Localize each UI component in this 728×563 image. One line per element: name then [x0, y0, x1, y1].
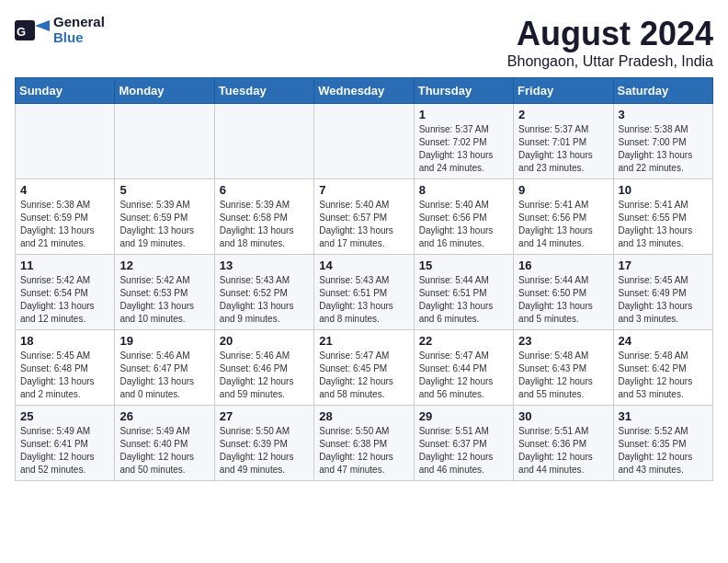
calendar-cell: 12Sunrise: 5:42 AM Sunset: 6:53 PM Dayli…	[115, 255, 214, 330]
day-number: 14	[319, 259, 408, 272]
calendar-cell: 10Sunrise: 5:41 AM Sunset: 6:55 PM Dayli…	[613, 179, 712, 255]
calendar-cell: 31Sunrise: 5:52 AM Sunset: 6:35 PM Dayli…	[613, 406, 712, 481]
day-info: Sunrise: 5:48 AM Sunset: 6:42 PM Dayligh…	[619, 350, 708, 401]
day-info: Sunrise: 5:48 AM Sunset: 6:43 PM Dayligh…	[518, 350, 608, 401]
logo-blue: Blue	[53, 30, 105, 46]
calendar-cell: 18Sunrise: 5:45 AM Sunset: 6:48 PM Dayli…	[16, 330, 115, 406]
day-info: Sunrise: 5:47 AM Sunset: 6:44 PM Dayligh…	[419, 350, 508, 401]
logo-general: General	[53, 15, 105, 30]
day-number: 24	[619, 334, 708, 348]
calendar-cell: 2Sunrise: 5:37 AM Sunset: 7:01 PM Daylig…	[514, 104, 613, 179]
calendar-cell	[16, 104, 115, 179]
calendar-cell: 27Sunrise: 5:50 AM Sunset: 6:39 PM Dayli…	[214, 406, 313, 481]
logo-icon: G	[15, 17, 50, 44]
weekday-header-row: SundayMondayTuesdayWednesdayThursdayFrid…	[16, 78, 713, 104]
calendar-cell: 30Sunrise: 5:51 AM Sunset: 6:36 PM Dayli…	[514, 406, 613, 481]
day-number: 10	[619, 183, 708, 197]
day-info: Sunrise: 5:41 AM Sunset: 6:55 PM Dayligh…	[619, 199, 708, 250]
day-info: Sunrise: 5:37 AM Sunset: 7:01 PM Dayligh…	[518, 123, 608, 175]
calendar-cell: 1Sunrise: 5:37 AM Sunset: 7:02 PM Daylig…	[414, 104, 513, 179]
day-info: Sunrise: 5:42 AM Sunset: 6:54 PM Dayligh…	[20, 274, 109, 326]
day-number: 26	[119, 409, 209, 423]
day-number: 27	[220, 409, 309, 423]
month-title: August 2024	[507, 15, 713, 53]
day-number: 6	[220, 183, 309, 197]
day-info: Sunrise: 5:47 AM Sunset: 6:45 PM Dayligh…	[319, 350, 408, 401]
logo: G General Blue	[15, 15, 105, 45]
day-info: Sunrise: 5:46 AM Sunset: 6:47 PM Dayligh…	[119, 350, 209, 401]
day-number: 3	[619, 108, 708, 121]
day-info: Sunrise: 5:51 AM Sunset: 6:36 PM Dayligh…	[518, 425, 608, 477]
day-info: Sunrise: 5:51 AM Sunset: 6:37 PM Dayligh…	[419, 425, 508, 477]
calendar-cell: 28Sunrise: 5:50 AM Sunset: 6:38 PM Dayli…	[314, 406, 414, 481]
day-info: Sunrise: 5:41 AM Sunset: 6:56 PM Dayligh…	[518, 199, 608, 250]
day-number: 13	[220, 259, 309, 272]
weekday-header-monday: Monday	[115, 78, 214, 104]
calendar-table: SundayMondayTuesdayWednesdayThursdayFrid…	[15, 77, 713, 481]
calendar-cell: 15Sunrise: 5:44 AM Sunset: 6:51 PM Dayli…	[414, 255, 513, 330]
day-number: 30	[518, 409, 608, 423]
weekday-header-saturday: Saturday	[613, 78, 712, 104]
day-number: 28	[319, 409, 408, 423]
day-number: 25	[20, 409, 109, 423]
day-number: 18	[20, 334, 109, 348]
day-info: Sunrise: 5:40 AM Sunset: 6:56 PM Dayligh…	[419, 199, 508, 250]
day-number: 21	[319, 334, 408, 348]
weekday-header-sunday: Sunday	[16, 78, 115, 104]
calendar-cell: 22Sunrise: 5:47 AM Sunset: 6:44 PM Dayli…	[414, 330, 513, 406]
location: Bhongaon, Uttar Pradesh, India	[507, 53, 713, 70]
day-info: Sunrise: 5:37 AM Sunset: 7:02 PM Dayligh…	[419, 123, 508, 175]
day-number: 8	[419, 183, 508, 197]
day-info: Sunrise: 5:50 AM Sunset: 6:39 PM Dayligh…	[220, 425, 309, 477]
calendar-week-3: 11Sunrise: 5:42 AM Sunset: 6:54 PM Dayli…	[16, 255, 713, 330]
calendar-cell: 21Sunrise: 5:47 AM Sunset: 6:45 PM Dayli…	[314, 330, 414, 406]
calendar-cell: 24Sunrise: 5:48 AM Sunset: 6:42 PM Dayli…	[613, 330, 712, 406]
svg-text:G: G	[17, 25, 26, 39]
calendar-week-5: 25Sunrise: 5:49 AM Sunset: 6:41 PM Dayli…	[16, 406, 713, 481]
calendar-cell	[314, 104, 414, 179]
svg-marker-2	[35, 20, 50, 31]
calendar-cell: 17Sunrise: 5:45 AM Sunset: 6:49 PM Dayli…	[613, 255, 712, 330]
day-info: Sunrise: 5:42 AM Sunset: 6:53 PM Dayligh…	[119, 274, 209, 326]
day-number: 19	[119, 334, 209, 348]
calendar-cell: 25Sunrise: 5:49 AM Sunset: 6:41 PM Dayli…	[16, 406, 115, 481]
calendar-cell: 19Sunrise: 5:46 AM Sunset: 6:47 PM Dayli…	[115, 330, 214, 406]
day-number: 29	[419, 409, 508, 423]
day-info: Sunrise: 5:43 AM Sunset: 6:52 PM Dayligh…	[220, 274, 309, 326]
day-info: Sunrise: 5:52 AM Sunset: 6:35 PM Dayligh…	[619, 425, 708, 477]
day-info: Sunrise: 5:44 AM Sunset: 6:51 PM Dayligh…	[419, 274, 508, 326]
day-number: 9	[518, 183, 608, 197]
day-number: 12	[119, 259, 209, 272]
day-number: 20	[220, 334, 309, 348]
weekday-header-friday: Friday	[514, 78, 613, 104]
weekday-header-thursday: Thursday	[414, 78, 513, 104]
calendar-cell: 7Sunrise: 5:40 AM Sunset: 6:57 PM Daylig…	[314, 179, 414, 255]
day-info: Sunrise: 5:45 AM Sunset: 6:49 PM Dayligh…	[619, 274, 708, 326]
day-info: Sunrise: 5:46 AM Sunset: 6:46 PM Dayligh…	[220, 350, 309, 401]
title-area: August 2024 Bhongaon, Uttar Pradesh, Ind…	[507, 15, 713, 70]
day-info: Sunrise: 5:43 AM Sunset: 6:51 PM Dayligh…	[319, 274, 408, 326]
calendar-cell: 20Sunrise: 5:46 AM Sunset: 6:46 PM Dayli…	[214, 330, 313, 406]
header: G General Blue August 2024 Bhongaon, Utt…	[15, 15, 713, 70]
calendar-cell: 13Sunrise: 5:43 AM Sunset: 6:52 PM Dayli…	[214, 255, 313, 330]
calendar-cell: 9Sunrise: 5:41 AM Sunset: 6:56 PM Daylig…	[514, 179, 613, 255]
day-info: Sunrise: 5:49 AM Sunset: 6:41 PM Dayligh…	[20, 425, 109, 477]
calendar-cell: 26Sunrise: 5:49 AM Sunset: 6:40 PM Dayli…	[115, 406, 214, 481]
day-info: Sunrise: 5:44 AM Sunset: 6:50 PM Dayligh…	[518, 274, 608, 326]
calendar-cell	[115, 104, 214, 179]
day-number: 15	[419, 259, 508, 272]
day-number: 7	[319, 183, 408, 197]
day-number: 4	[20, 183, 109, 197]
day-info: Sunrise: 5:38 AM Sunset: 6:59 PM Dayligh…	[20, 199, 109, 250]
day-info: Sunrise: 5:39 AM Sunset: 6:58 PM Dayligh…	[220, 199, 309, 250]
day-number: 11	[20, 259, 109, 272]
calendar-week-2: 4Sunrise: 5:38 AM Sunset: 6:59 PM Daylig…	[16, 179, 713, 255]
day-number: 16	[518, 259, 608, 272]
day-info: Sunrise: 5:40 AM Sunset: 6:57 PM Dayligh…	[319, 199, 408, 250]
day-number: 22	[419, 334, 508, 348]
calendar-cell: 14Sunrise: 5:43 AM Sunset: 6:51 PM Dayli…	[314, 255, 414, 330]
weekday-header-wednesday: Wednesday	[314, 78, 414, 104]
calendar-cell: 3Sunrise: 5:38 AM Sunset: 7:00 PM Daylig…	[613, 104, 712, 179]
day-number: 2	[518, 108, 608, 121]
day-info: Sunrise: 5:39 AM Sunset: 6:59 PM Dayligh…	[119, 199, 209, 250]
